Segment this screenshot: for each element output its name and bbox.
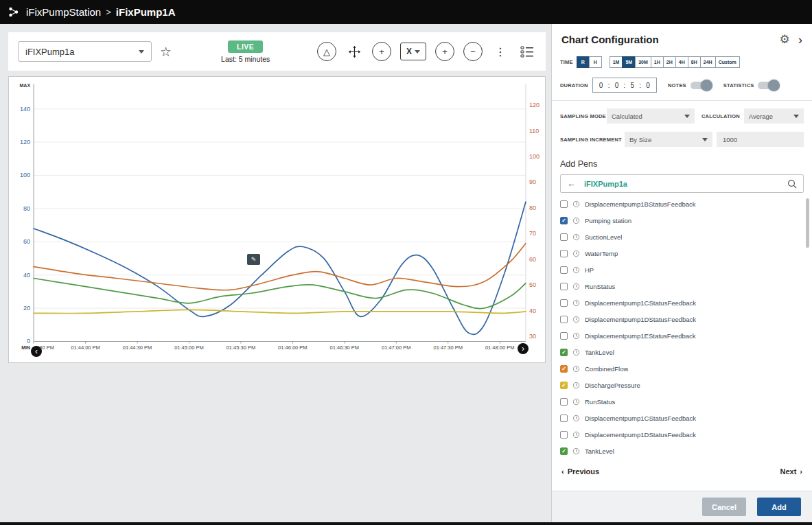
top-bar: iFixPumpStation > iFixPump1A xyxy=(0,0,812,24)
pen-checkbox[interactable] xyxy=(560,431,568,439)
pen-checkbox[interactable] xyxy=(560,398,568,406)
time-range-8h[interactable]: 8H xyxy=(688,56,701,68)
zoom-minus-icon[interactable]: − xyxy=(463,42,483,61)
pen-item[interactable]: HP xyxy=(560,261,802,278)
time-mode-h[interactable]: H xyxy=(589,56,602,68)
duration-input[interactable]: 0:0:5:0 xyxy=(592,78,657,93)
pen-item[interactable]: ✓TankLevel xyxy=(560,443,802,459)
add-button[interactable]: Add xyxy=(757,498,801,516)
time-range-2h[interactable]: 2H xyxy=(663,56,676,68)
back-arrow-icon[interactable]: ← xyxy=(567,178,576,189)
pen-checkbox[interactable]: ✓ xyxy=(560,365,568,373)
pen-search-bar[interactable]: ← iFIXPump1a xyxy=(560,174,804,193)
time-range-4h[interactable]: 4H xyxy=(675,56,688,68)
svg-text:01:44:30 PM: 01:44:30 PM xyxy=(123,345,152,351)
sampling-increment-select[interactable]: By Size xyxy=(625,132,712,147)
pen-list: Displacementpump1BStatusFeedback✓Pumping… xyxy=(560,196,809,462)
time-range-buttons: 1M5M30M1H2H4H8H24HCustom xyxy=(610,56,740,68)
notes-toggle[interactable] xyxy=(691,82,712,89)
svg-text:30: 30 xyxy=(529,333,536,340)
time-range-1m[interactable]: 1M xyxy=(610,56,623,68)
scroll-right-icon[interactable]: › xyxy=(518,343,529,354)
pen-checkbox[interactable]: ✓ xyxy=(560,217,568,224)
duration-value-1[interactable]: 0 xyxy=(614,82,619,89)
chevron-down-icon xyxy=(684,115,690,118)
tag-clock-icon xyxy=(572,365,580,373)
time-range-30m[interactable]: 30M xyxy=(635,56,651,68)
statistics-toggle[interactable] xyxy=(758,82,780,89)
pen-item[interactable]: Displacementpump1DStatusFeedback xyxy=(560,311,802,327)
zoom-in-circle-icon[interactable]: + xyxy=(372,42,391,61)
svg-text:01:45:00 PM: 01:45:00 PM xyxy=(174,345,204,351)
alarm-triangle-icon[interactable]: △ xyxy=(317,42,336,61)
pen-checkbox[interactable] xyxy=(560,299,568,307)
pen-item[interactable]: ✓CombinedFlow xyxy=(560,360,802,377)
svg-text:120: 120 xyxy=(529,102,540,108)
pen-item[interactable]: ✓DischargePressure xyxy=(560,377,802,393)
duration-value-2[interactable]: 5 xyxy=(629,82,635,89)
gear-icon[interactable]: ⚙ xyxy=(779,34,789,45)
trend-chart[interactable]: 0204060801001201403040506070809010011012… xyxy=(9,77,545,362)
next-page-button[interactable]: Next › xyxy=(780,467,802,476)
pen-item[interactable]: ✓TankLevel xyxy=(560,344,802,360)
tag-clock-icon xyxy=(572,250,580,257)
pen-checkbox[interactable] xyxy=(560,266,568,274)
scroll-left-icon[interactable]: ‹ xyxy=(31,346,42,357)
duration-value-0[interactable]: 0 xyxy=(599,82,604,89)
axis-zoom-box[interactable]: X xyxy=(400,43,426,60)
pen-checkbox[interactable] xyxy=(560,332,568,340)
pen-checkbox[interactable] xyxy=(560,233,568,241)
favorite-star-icon[interactable]: ☆ xyxy=(160,45,172,58)
pen-item[interactable]: Displacementpump1CStatusFeedback xyxy=(560,410,802,426)
time-range-1h[interactable]: 1H xyxy=(651,56,664,68)
breadcrumb-station[interactable]: iFixPumpStation xyxy=(26,6,101,18)
pen-item[interactable]: RunStatus xyxy=(560,278,802,294)
pen-checkbox[interactable] xyxy=(560,200,568,208)
duration-value-3[interactable]: 0 xyxy=(645,82,651,89)
pen-checkbox[interactable]: ✓ xyxy=(560,382,568,389)
app-logo-icon[interactable] xyxy=(8,7,19,18)
pen-checkbox[interactable] xyxy=(560,415,568,422)
pen-item[interactable]: Displacementpump1DStatusFeedback xyxy=(560,426,802,443)
annotation-cursor-icon[interactable]: ✎ xyxy=(247,254,260,265)
search-icon[interactable] xyxy=(787,179,797,189)
pen-item[interactable]: RunStatus xyxy=(560,393,802,410)
pen-checkbox[interactable] xyxy=(560,283,568,290)
pen-checkbox[interactable]: ✓ xyxy=(560,447,568,455)
pen-item[interactable]: Displacementpump1BStatusFeedback xyxy=(560,196,802,212)
cancel-button[interactable]: Cancel xyxy=(702,498,746,516)
sampling-mode-label: SAMPLING MODE xyxy=(560,113,603,119)
pen-item[interactable]: ✓Pumping station xyxy=(560,212,802,229)
pen-item[interactable]: Displacementpump1EStatusFeedback xyxy=(560,327,802,344)
time-mode-r[interactable]: R xyxy=(577,56,590,68)
time-range-5m[interactable]: 5M xyxy=(622,56,636,68)
tag-clock-icon xyxy=(572,299,580,307)
pen-checkbox[interactable] xyxy=(560,250,568,257)
pen-checkbox[interactable] xyxy=(560,316,568,323)
sampling-size-input[interactable]: 1000 xyxy=(717,132,804,147)
time-mode-buttons: RH xyxy=(577,56,602,68)
pen-list-icon[interactable] xyxy=(518,43,536,60)
chart-source-select[interactable]: iFIXPump1a xyxy=(18,41,152,62)
pen-item[interactable]: WaterTemp xyxy=(560,245,802,261)
previous-page-button[interactable]: ‹ Previous xyxy=(561,467,599,476)
scrollbar-thumb[interactable] xyxy=(806,198,809,248)
tag-clock-icon xyxy=(572,447,580,455)
svg-text:60: 60 xyxy=(23,238,30,245)
calculation-select[interactable]: Average xyxy=(744,108,804,124)
breadcrumb-pump[interactable]: iFixPump1A xyxy=(116,6,176,18)
chart-configuration-panel: Chart Configuration ⚙ › TIME RH 1M5M30M1… xyxy=(551,24,812,522)
pen-item[interactable]: Displacementpump1CStatusFeedback xyxy=(560,294,802,311)
time-range-custom[interactable]: Custom xyxy=(715,56,740,68)
svg-text:MAX: MAX xyxy=(20,84,31,89)
pan-icon[interactable] xyxy=(345,43,363,60)
svg-text:01:46:30 PM: 01:46:30 PM xyxy=(330,345,360,351)
pen-checkbox[interactable]: ✓ xyxy=(560,349,568,356)
zoom-plus-icon[interactable]: + xyxy=(435,42,454,61)
sampling-mode-select[interactable]: Calculated xyxy=(607,108,695,124)
time-range-24h[interactable]: 24H xyxy=(700,56,716,68)
kebab-menu-icon[interactable]: ⋮ xyxy=(491,43,509,60)
divider xyxy=(552,100,812,101)
pen-item[interactable]: SuctionLevel xyxy=(560,229,802,245)
collapse-panel-icon[interactable]: › xyxy=(798,33,802,46)
